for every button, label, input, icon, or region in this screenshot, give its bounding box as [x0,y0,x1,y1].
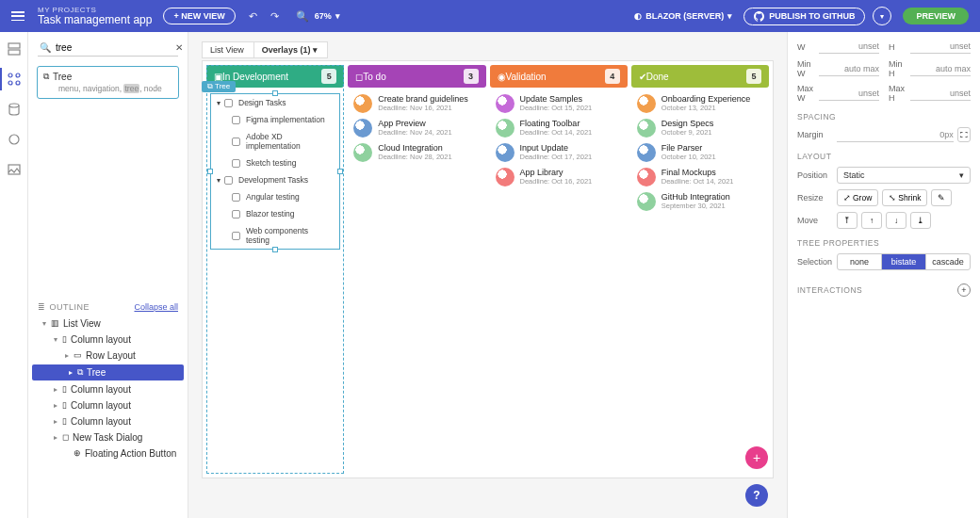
contract-icon: ⤡ [889,193,896,202]
outline-item-dialog[interactable]: ▸◻New Task Dialog [28,429,188,445]
outline-item-listview[interactable]: ▾▥List View [28,316,188,332]
move-down-button[interactable]: ↓ [886,212,906,229]
seg-bistate[interactable]: bistate [882,254,926,269]
tree-group[interactable]: ▾Design Tasks [211,94,339,111]
task-card[interactable]: Cloud IntegrationDeadline: Nov 28, 2021 [348,140,485,165]
maxh-input[interactable] [910,87,971,101]
outline-item-column[interactable]: ▸▯Column layout [28,413,188,429]
crumb-listview[interactable]: List View [202,41,254,58]
height-input[interactable] [910,40,971,54]
margin-input[interactable] [837,127,954,142]
grow-button[interactable]: ⤢Grow [837,189,878,206]
chevron-down-icon: ▾ [335,11,340,21]
redo-icon[interactable]: ↷ [270,10,279,23]
search-result[interactable]: ⧉Tree menu, navigation, tree, node [37,66,179,99]
task-card[interactable]: Input UpdateDeadline: Oct 17, 2021 [490,140,628,165]
rail-theme-icon[interactable] [7,132,22,147]
column-header[interactable]: ✔ Done5 [631,65,769,88]
outline-item-column[interactable]: ▾▯Column layout [28,332,188,348]
rail-data-icon[interactable] [7,102,22,117]
seg-none[interactable]: none [838,254,882,269]
card-list: Onboarding ExperienceOctober 13, 2021Des… [631,88,769,218]
minh-input[interactable] [910,62,971,76]
task-card[interactable]: Final MockupsDeadline: Oct 14, 2021 [631,165,769,189]
maxw-input[interactable] [819,87,879,101]
search-input[interactable] [56,42,175,53]
task-card[interactable]: File ParserOctober 10, 2021 [631,140,769,165]
width-input[interactable] [819,40,879,54]
task-card[interactable]: Floating ToolbarDeadline: Oct 14, 2021 [490,116,628,140]
move-top-button[interactable]: ⤒ [837,212,858,229]
position-select[interactable]: Static▾ [837,167,971,184]
column-header[interactable]: ◉ Validation4 [490,65,628,88]
tree-leaf[interactable]: Blazor testing [211,205,339,222]
resize-more-button[interactable]: ✎ [931,189,952,206]
publish-button[interactable]: PUBLISH TO GITHUB [743,8,865,25]
new-view-button[interactable]: + NEW VIEW [163,8,235,24]
tree-leaf[interactable]: Angular testing [211,188,339,205]
card-title: Cloud Integration [378,143,451,153]
outline-item-fab[interactable]: ⊕Floating Action Button [28,445,188,461]
publish-dropdown[interactable]: ▾ [873,7,891,25]
project-block: MY PROJECTS Task management app [38,6,152,26]
framework-icon: ◐ [634,11,642,21]
project-title[interactable]: Task management app [38,13,152,26]
column-validation[interactable]: ◉ Validation4 Update SamplesDeadline: Oc… [490,65,628,474]
section-spacing: SPACING [797,112,971,121]
task-card[interactable]: App PreviewDeadline: Nov 24, 2021 [348,116,485,140]
column-todo[interactable]: ◻ To do3 Create brand guidelinesDeadline… [348,65,485,474]
rail-assets-icon[interactable] [7,162,22,177]
tree-leaf[interactable]: Adobe XD implementation [211,128,339,154]
move-up-button[interactable]: ↑ [861,212,882,229]
seg-cascade[interactable]: cascade [926,254,970,269]
task-card[interactable]: GitHub IntegrationSeptember 30, 2021 [631,189,769,214]
rail-layers-icon[interactable] [7,41,22,57]
tree-leaf[interactable]: Figma implementation [211,111,339,128]
svg-point-3 [16,73,20,77]
tree-component[interactable]: ▾Design Tasks Figma implementation Adobe… [210,93,340,250]
zoom-value[interactable]: 67% ▾ [315,11,340,21]
clear-icon[interactable]: ✕ [175,42,183,53]
minw-input[interactable] [819,62,879,76]
column-dev[interactable]: ▣ In Development 5 ▾Design Tasks Figma i… [206,65,344,474]
tree-group[interactable]: ▾Development Tasks [211,171,339,188]
menu-icon[interactable] [11,11,24,21]
move-bottom-button[interactable]: ⤓ [910,212,931,229]
column-done[interactable]: ✔ Done5 Onboarding ExperienceOctober 13,… [631,65,769,474]
status-icon: ▣ [214,72,222,82]
framework-select[interactable]: ◐BLAZOR (SERVER) ▾ [634,11,732,21]
task-card[interactable]: Update SamplesDeadline: Oct 15, 2021 [490,91,628,116]
tree-icon: ⧉ [43,72,49,82]
shrink-button[interactable]: ⤡Shrink [882,189,927,206]
component-search[interactable]: 🔍 ✕ [38,40,178,57]
margin-expand-icon[interactable]: ⛶ [957,127,971,142]
projects-label: MY PROJECTS [38,6,152,14]
outline-item-row[interactable]: ▸▭Row Layout [28,348,188,364]
zoom-icon[interactable]: 🔍 [296,10,309,23]
card-deadline: Deadline: Oct 15, 2021 [520,104,593,112]
column-header[interactable]: ◻ To do3 [348,65,485,88]
add-interaction-button[interactable]: + [957,283,971,297]
avatar [353,94,372,113]
task-card[interactable]: Create brand guidelinesDeadline: Nov 16,… [348,91,485,116]
selection-segmented[interactable]: none bistate cascade [837,253,971,270]
outline-item-tree[interactable]: ▸⧉Tree [32,364,184,380]
help-button[interactable]: ? [745,484,768,507]
card-list: Update SamplesDeadline: Oct 15, 2021Floa… [490,88,628,193]
preview-button[interactable]: PREVIEW [903,8,969,24]
card-title: Floating Toolbar [520,119,593,128]
task-card[interactable]: Onboarding ExperienceOctober 13, 2021 [631,91,769,116]
tree-leaf[interactable]: Sketch testing [211,154,339,171]
rail-components-icon[interactable] [7,72,22,87]
task-card[interactable]: App LibraryDeadline: Oct 16, 2021 [490,165,628,189]
undo-icon[interactable]: ↶ [249,10,257,23]
collapse-all-link[interactable]: Collapse all [134,302,178,312]
card-title: Input Update [520,143,593,153]
crumb-overlays[interactable]: Overlays (1) ▾ [253,41,328,58]
fab-add[interactable]: + [745,446,768,469]
design-canvas[interactable]: List View Overlays (1) ▾ ⧉ Tree ▣ In Dev… [188,32,787,518]
outline-item-column[interactable]: ▸▯Column layout [28,381,188,397]
outline-item-column[interactable]: ▸▯Column layout [28,397,188,413]
task-card[interactable]: Design SpecsOctober 9, 2021 [631,116,769,140]
tree-leaf[interactable]: Web components testing [211,222,339,249]
